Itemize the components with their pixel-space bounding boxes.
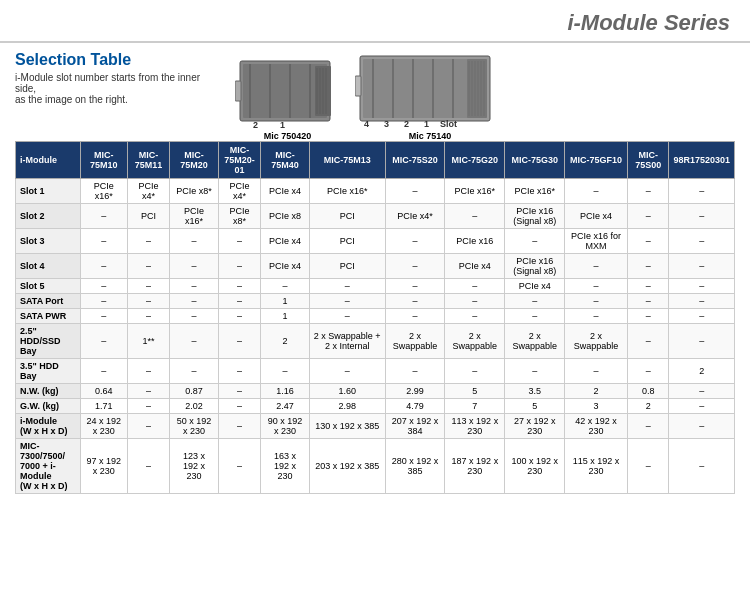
- table-row: Slot 4 – – – – PCIe x4 PCI – PCIe x4 PCI…: [16, 254, 735, 279]
- table-row: G.W. (kg) 1.71 – 2.02 – 2.47 2.98 4.79 7…: [16, 399, 735, 414]
- cell: –: [669, 309, 735, 324]
- cell: –: [127, 229, 170, 254]
- cell: –: [385, 254, 445, 279]
- cell: 1.71: [80, 399, 127, 414]
- cell: –: [261, 279, 309, 294]
- cell: –: [80, 324, 127, 359]
- cell: –: [309, 359, 385, 384]
- col-header-75s00: MIC-75S00: [628, 142, 669, 179]
- cell: 2 x Swappable: [565, 324, 628, 359]
- cell: –: [170, 254, 218, 279]
- cell: 1: [261, 309, 309, 324]
- svg-text:1: 1: [280, 120, 285, 130]
- cell: –: [565, 309, 628, 324]
- cell: 24 x 192 x 230: [80, 414, 127, 439]
- cell: 50 x 192 x 230: [170, 414, 218, 439]
- cell: –: [628, 414, 669, 439]
- device1-svg: 2 1: [235, 56, 340, 131]
- cell: PCIe x4: [261, 254, 309, 279]
- cell: 3.5: [505, 384, 565, 399]
- cell: –: [127, 359, 170, 384]
- cell: 115 x 192 x 230: [565, 439, 628, 494]
- svg-rect-21: [355, 76, 361, 96]
- cell: –: [669, 399, 735, 414]
- col-header-75m20: MIC-75M20: [170, 142, 218, 179]
- cell: 2.47: [261, 399, 309, 414]
- cell: PCIe x4: [445, 254, 505, 279]
- cell: 0.8: [628, 384, 669, 399]
- cell: –: [628, 324, 669, 359]
- cell: –: [218, 414, 261, 439]
- cell: –: [170, 279, 218, 294]
- cell: 2: [565, 384, 628, 399]
- cell: 2.99: [385, 384, 445, 399]
- cell: 27 x 192 x 230: [505, 414, 565, 439]
- cell: PCIe x16: [445, 229, 505, 254]
- cell: –: [565, 279, 628, 294]
- cell: –: [505, 359, 565, 384]
- cell: –: [669, 294, 735, 309]
- cell: PCIe x16*: [505, 179, 565, 204]
- cell: –: [565, 254, 628, 279]
- cell: –: [218, 229, 261, 254]
- cell: –: [565, 179, 628, 204]
- cell: PCIe x4: [261, 229, 309, 254]
- main-content: Selection Table i-Module slot number sta…: [0, 43, 750, 502]
- cell: –: [628, 179, 669, 204]
- cell: –: [218, 384, 261, 399]
- cell: –: [669, 439, 735, 494]
- cell: 0.87: [170, 384, 218, 399]
- cell: 130 x 192 x 385: [309, 414, 385, 439]
- cell: –: [628, 254, 669, 279]
- cell: 2: [628, 399, 669, 414]
- cell: –: [445, 294, 505, 309]
- table-row: N.W. (kg) 0.64 – 0.87 – 1.16 1.60 2.99 5…: [16, 384, 735, 399]
- row-label: MIC-7300/7500/7000 + i-Module(W x H x D): [16, 439, 81, 494]
- cell: 2 x Swappable: [505, 324, 565, 359]
- cell: –: [127, 399, 170, 414]
- row-label: SATA Port: [16, 294, 81, 309]
- description-column: Selection Table i-Module slot number sta…: [15, 51, 215, 113]
- cell: –: [218, 359, 261, 384]
- cell: –: [309, 279, 385, 294]
- cell: PCI: [309, 254, 385, 279]
- table-row: i-Module(W x H x D) 24 x 192 x 230 – 50 …: [16, 414, 735, 439]
- cell: 1.16: [261, 384, 309, 399]
- cell: –: [261, 359, 309, 384]
- svg-rect-6: [235, 81, 241, 101]
- cell: –: [669, 179, 735, 204]
- cell: –: [445, 204, 505, 229]
- row-label: SATA PWR: [16, 309, 81, 324]
- cell: 100 x 192 x 230: [505, 439, 565, 494]
- svg-text:Slot: Slot: [440, 119, 457, 129]
- cell: –: [505, 229, 565, 254]
- col-header-75g30: MIC-75G30: [505, 142, 565, 179]
- cell: PCIe x4: [505, 279, 565, 294]
- table-row: Slot 2 – PCI PCIe x16* PCIe x8* PCIe x8 …: [16, 204, 735, 229]
- cell: –: [669, 414, 735, 439]
- row-label: G.W. (kg): [16, 399, 81, 414]
- cell: –: [565, 294, 628, 309]
- cell: –: [80, 229, 127, 254]
- table-row: SATA PWR – – – – 1 – – – – – – –: [16, 309, 735, 324]
- cell: –: [80, 309, 127, 324]
- cell: –: [669, 324, 735, 359]
- cell: PCI: [127, 204, 170, 229]
- cell: 5: [445, 384, 505, 399]
- svg-text:3: 3: [384, 119, 389, 129]
- cell: PCIe x16 for MXM: [565, 229, 628, 254]
- table-row: MIC-7300/7500/7000 + i-Module(W x H x D)…: [16, 439, 735, 494]
- cell: 2.02: [170, 399, 218, 414]
- cell: –: [628, 294, 669, 309]
- table-row: SATA Port – – – – 1 – – – – – – –: [16, 294, 735, 309]
- cell: 2: [669, 359, 735, 384]
- cell: –: [80, 359, 127, 384]
- table-row: 3.5" HDD Bay – – – – – – – – – – – 2: [16, 359, 735, 384]
- cell: –: [669, 254, 735, 279]
- cell: –: [628, 204, 669, 229]
- cell: 1**: [127, 324, 170, 359]
- cell: –: [628, 439, 669, 494]
- cell: –: [218, 279, 261, 294]
- table-row: Slot 5 – – – – – – – – PCIe x4 – – –: [16, 279, 735, 294]
- cell: –: [445, 279, 505, 294]
